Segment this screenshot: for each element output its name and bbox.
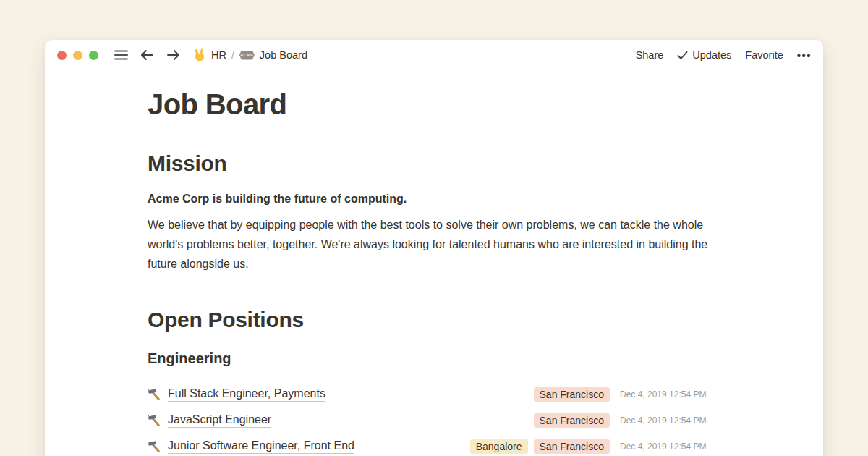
- back-icon[interactable]: [138, 46, 156, 64]
- location-tags: Bangalore San Francisco: [470, 439, 610, 454]
- job-date[interactable]: Dec 4, 2019 12:54 PM: [620, 415, 720, 426]
- close-window-button[interactable]: [57, 51, 67, 60]
- job-link[interactable]: Full Stack Engineer, Payments: [168, 387, 326, 402]
- breadcrumb-item-job-board[interactable]: ACME Job Board: [239, 49, 307, 61]
- breadcrumb-item-hr[interactable]: HR: [193, 48, 226, 62]
- job-row: JavaScript Engineer San Francisco Dec 4,…: [148, 408, 720, 434]
- tag-san-francisco[interactable]: San Francisco: [534, 439, 610, 454]
- job-row: Junior Software Engineer, Front End Bang…: [148, 434, 720, 456]
- job-link[interactable]: JavaScript Engineer: [168, 413, 271, 428]
- section-divider: [148, 376, 720, 376]
- job-link[interactable]: Junior Software Engineer, Front End: [168, 439, 354, 454]
- window-topbar: HR / ACME Job Board Share: [45, 40, 823, 67]
- mission-heading: Mission: [148, 151, 720, 177]
- job-date[interactable]: Dec 4, 2019 12:54 PM: [620, 442, 720, 452]
- acme-logo-icon: ACME: [239, 51, 255, 60]
- open-positions-heading: Open Positions: [148, 307, 720, 333]
- topbar-actions: Share Updates Favorite •••: [636, 49, 812, 62]
- breadcrumb-separator: /: [231, 49, 234, 61]
- checkmark-icon: [677, 51, 688, 60]
- updates-button[interactable]: Updates: [677, 49, 731, 61]
- sidebar-menu-icon[interactable]: [112, 46, 129, 64]
- traffic-lights: [57, 51, 98, 60]
- notion-window: HR / ACME Job Board Share: [45, 40, 823, 456]
- engineering-group-heading: Engineering: [148, 350, 720, 367]
- hammer-icon: [148, 440, 161, 453]
- share-button[interactable]: Share: [636, 49, 664, 61]
- victory-hand-icon: [193, 48, 206, 62]
- tag-bangalore[interactable]: Bangalore: [470, 439, 528, 454]
- mission-lead-text: Acme Corp is building the future of comp…: [148, 191, 720, 207]
- desktop-background: HR / ACME Job Board Share: [0, 0, 868, 456]
- page-title: Job Board: [148, 88, 720, 121]
- minimize-window-button[interactable]: [73, 51, 82, 60]
- job-list: Full Stack Engineer, Payments San Franci…: [148, 381, 720, 456]
- updates-label: Updates: [692, 49, 731, 61]
- job-row: Full Stack Engineer, Payments San Franci…: [148, 381, 720, 408]
- mission-body-text: We believe that by equipping people with…: [148, 215, 720, 274]
- hammer-icon: [148, 388, 161, 401]
- breadcrumb: HR / ACME Job Board: [193, 48, 307, 62]
- zoom-window-button[interactable]: [89, 51, 98, 60]
- tag-san-francisco[interactable]: San Francisco: [534, 387, 610, 402]
- location-tags: San Francisco: [534, 413, 610, 428]
- breadcrumb-label: HR: [211, 49, 226, 61]
- breadcrumb-label: Job Board: [260, 49, 307, 61]
- forward-icon[interactable]: [164, 46, 182, 64]
- job-date[interactable]: Dec 4, 2019 12:54 PM: [620, 389, 720, 400]
- page-content: Job Board Mission Acme Corp is building …: [148, 88, 720, 456]
- acme-badge-text: ACME: [240, 53, 254, 57]
- hammer-icon: [148, 414, 161, 427]
- location-tags: San Francisco: [534, 387, 610, 402]
- favorite-button[interactable]: Favorite: [745, 49, 783, 61]
- more-options-button[interactable]: •••: [797, 49, 812, 62]
- tag-san-francisco[interactable]: San Francisco: [534, 413, 610, 428]
